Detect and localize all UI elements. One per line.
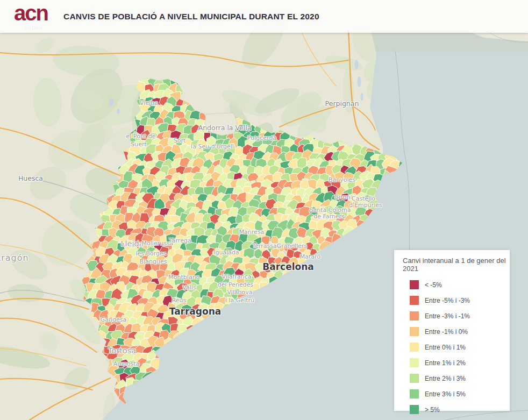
legend-row: < -5% [403,280,510,289]
legend-items: < -5%Entre -5% i -3%Entre -3% i -1%Entre… [403,280,510,414]
legend-label: < -5% [425,281,442,289]
legend-swatch [410,296,419,305]
legend-panel: Canvi interanual a 1 de gener del 2021 <… [394,250,510,411]
legend-label: Entre -5% i -3% [425,297,470,304]
legend-row: Entre 3% i 5% [403,389,510,398]
legend-swatch [410,280,419,289]
legend-swatch [410,358,419,367]
legend-swatch [410,389,419,398]
legend-row: Entre 0% i 1% [403,343,510,352]
map-infographic: BilbaoSan SebastiánHuescaPerpignanAragón… [0,0,528,420]
legend-swatch [410,311,419,321]
legend-row: Entre 1% i 2% [403,358,510,367]
page-title: CANVIS DE POBLACIÓ A NIVELL MUNICIPAL DU… [63,0,319,33]
acn-logo[interactable]: acn [14,1,48,25]
legend-swatch [410,343,419,352]
legend-swatch [410,405,419,414]
legend-swatch [410,374,419,383]
legend-row: Entre -1% i 0% [403,327,510,336]
legend-label: > 5% [425,406,440,414]
legend-label: Entre 3% i 5% [425,390,466,398]
legend-swatch [410,327,419,336]
legend-label: Entre 1% i 2% [425,359,466,367]
legend-row: Entre -5% i -3% [403,296,510,305]
legend-title: Canvi interanual a 1 de gener del 2021 [403,257,510,273]
legend-label: Entre -1% i 0% [425,328,468,336]
header-bar: acn CANVIS DE POBLACIÓ A NIVELL MUNICIPA… [0,0,528,33]
legend-label: Entre -3% i -1% [425,312,470,320]
legend-label: Entre 2% i 3% [425,375,466,382]
legend-row: Entre 2% i 3% [403,374,510,383]
legend-label: Entre 0% i 1% [425,344,466,351]
legend-row: > 5% [403,405,510,414]
legend-row: Entre -3% i -1% [403,311,510,321]
